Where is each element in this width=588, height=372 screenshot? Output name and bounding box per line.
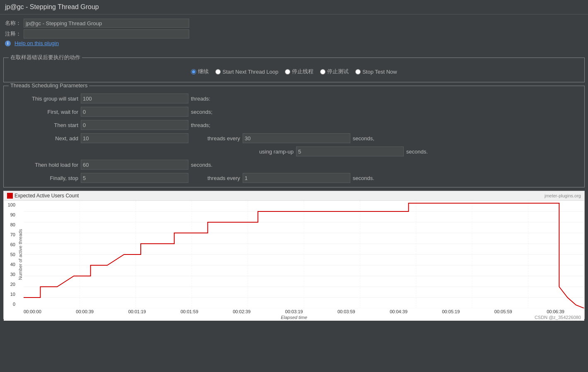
title-text: jp@gc - Stepping Thread Group <box>5 3 99 10</box>
row-group-start: This group will start threads: <box>12 94 576 103</box>
error-action-legend: 在取样器错误后要执行的动作 <box>9 54 82 61</box>
window-title: jp@gc - Stepping Thread Group <box>0 0 588 14</box>
help-link[interactable]: Help on this plugin <box>14 40 59 46</box>
params-section: Threads Scheduling Parameters This group… <box>3 86 585 187</box>
comment-row: 注释： <box>5 29 583 38</box>
comment-label: 注释： <box>5 30 21 38</box>
help-row: i Help on this plugin <box>5 40 583 46</box>
radio-stop-thread[interactable]: 停止线程 <box>285 68 313 75</box>
finally-threads-every-input[interactable] <box>243 173 350 183</box>
chart-svg <box>24 201 584 308</box>
info-icon: i <box>5 41 11 46</box>
legend-color-box <box>7 193 13 199</box>
first-wait-unit: seconds; <box>191 109 212 115</box>
radio-start-next[interactable]: Start Next Thread Loop <box>215 69 278 75</box>
then-start-label: Then start <box>12 122 78 128</box>
watermark: CSDN @z_354226080 <box>535 315 581 320</box>
params-grid: This group will start threads: First, wa… <box>12 94 576 183</box>
name-row: 名称： <box>5 19 583 28</box>
row-first-wait: First, wait for seconds; <box>12 107 576 117</box>
hold-load-label: Then hold load for <box>12 162 78 168</box>
ramp-up-unit: seconds. <box>406 149 428 155</box>
hold-load-unit: seconds. <box>191 162 212 168</box>
threads-every-input[interactable] <box>243 133 350 143</box>
chart-container: Expected Active Users Count jmeter-plugi… <box>3 191 585 319</box>
row-hold-load: Then hold load for seconds. <box>12 160 576 170</box>
row-next-add: Next, add threads every seconds, <box>12 133 576 143</box>
chart-svg-area <box>24 201 584 308</box>
row-then-start: Then start threads; <box>12 120 576 130</box>
name-label: 名称： <box>5 19 21 27</box>
radio-continue[interactable]: 继续 <box>191 68 209 75</box>
x-axis-label: Elapsed time <box>281 315 307 320</box>
row-finally-stop: Finally, stop threads every seconds. <box>12 173 576 183</box>
x-axis: 00:00:00 00:00:39 00:01:19 00:01:59 00:0… <box>4 308 584 315</box>
y-axis: 100 90 80 70 60 50 40 30 20 10 0 <box>4 201 17 308</box>
finally-stop-label: Finally, stop <box>12 175 78 181</box>
finally-stop-input[interactable] <box>81 173 188 183</box>
threads-every-label: threads every <box>207 135 240 142</box>
finally-threads-every-unit: seconds. <box>353 175 374 181</box>
next-add-input[interactable] <box>81 133 188 143</box>
y-axis-label: Number of active threads <box>18 229 23 280</box>
row-ramp-up: using ramp-up seconds. <box>12 146 576 156</box>
group-start-label: This group will start <box>12 96 78 102</box>
ramp-up-input[interactable] <box>296 146 404 156</box>
name-input[interactable] <box>24 19 189 28</box>
group-start-unit: threads: <box>191 96 210 102</box>
first-wait-input[interactable] <box>81 107 188 117</box>
params-title: Threads Scheduling Parameters <box>9 82 89 89</box>
chart-main: 100 90 80 70 60 50 40 30 20 10 0 Number … <box>4 201 584 308</box>
first-wait-label: First, wait for <box>12 109 78 115</box>
then-start-input[interactable] <box>81 120 188 130</box>
y-axis-title-wrap: Number of active threads <box>17 201 24 308</box>
hold-load-input[interactable] <box>81 160 188 170</box>
comment-input[interactable] <box>24 29 189 38</box>
next-add-label: Next, add <box>12 135 78 142</box>
name-section: 名称： 注释： i Help on this plugin <box>0 14 588 50</box>
threads-every-unit: seconds, <box>353 135 374 142</box>
chart-legend: Expected Active Users Count <box>7 193 79 199</box>
radio-stop-now[interactable]: Stop Test Now <box>355 69 397 75</box>
group-start-input[interactable] <box>81 94 188 103</box>
radio-group: 继续 Start Next Thread Loop 停止线程 停止测试 Stop… <box>9 65 579 79</box>
radio-stop-test[interactable]: 停止测试 <box>320 68 349 75</box>
ramp-up-label: using ramp-up <box>244 149 294 155</box>
x-axis-label-wrap: Elapsed time CSDN @z_354226080 <box>4 315 584 321</box>
error-action-section: 在取样器错误后要执行的动作 继续 Start Next Thread Loop … <box>3 54 585 82</box>
legend-label: Expected Active Users Count <box>14 193 79 199</box>
then-start-unit: threads; <box>191 122 210 128</box>
plugin-label: jmeter-plugins.org <box>545 193 581 198</box>
finally-threads-every-label: threads every <box>207 175 240 181</box>
chart-title-bar: Expected Active Users Count jmeter-plugi… <box>4 191 584 201</box>
